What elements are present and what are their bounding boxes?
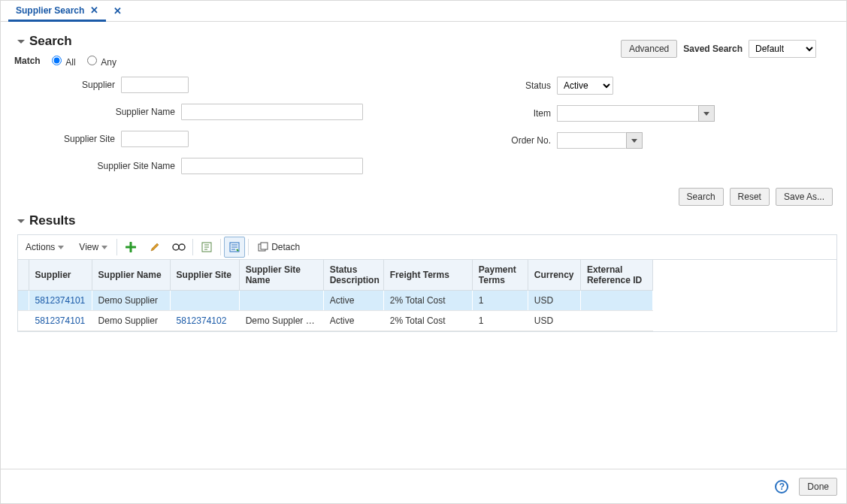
tab-supplier-search[interactable]: Supplier Search ✕ (8, 1, 106, 22)
tab-title: Supplier Search (16, 5, 84, 16)
table-row[interactable]: 5812374101 Demo Supplier 5812374102 Demo… (18, 311, 653, 331)
order-no-dropdown-icon[interactable] (626, 132, 643, 149)
col-status[interactable]: Status Description (323, 260, 383, 291)
field-supplier: Supplier (17, 77, 363, 93)
save-as-button[interactable]: Save As... (776, 188, 833, 206)
view-menu[interactable]: View (71, 235, 115, 259)
row-handle[interactable] (18, 311, 29, 331)
results-header: Results (17, 213, 837, 228)
advanced-button[interactable]: Advanced (621, 40, 677, 58)
results-toolbar: Actions View (17, 234, 837, 260)
match-all-radio[interactable]: All (48, 53, 76, 68)
add-icon[interactable] (120, 237, 141, 258)
edit-icon[interactable] (144, 237, 165, 258)
search-top-controls: Advanced Saved Search Default (621, 40, 816, 58)
search-panel: Search Advanced Saved Search Default Mat… (17, 34, 837, 206)
field-supplier-site: Supplier Site (17, 131, 363, 147)
done-button[interactable]: Done (799, 478, 837, 496)
wrap-icon[interactable] (224, 237, 245, 258)
actions-menu[interactable]: Actions (18, 235, 71, 259)
field-item: Item (453, 105, 776, 122)
supplier-site-link[interactable]: 5812374102 (177, 315, 227, 326)
results-table: Supplier Supplier Name Supplier Site Sup… (17, 260, 837, 332)
item-input[interactable] (557, 105, 698, 122)
svg-point-1 (179, 244, 185, 250)
row-handle-header (18, 260, 29, 291)
supplier-name-input[interactable] (181, 104, 363, 120)
col-payment[interactable]: Payment Terms (472, 260, 528, 291)
footer: ? Done (1, 469, 846, 503)
match-label: Match (14, 56, 41, 66)
detach-button[interactable]: Detach (250, 235, 307, 259)
row-handle[interactable] (18, 291, 29, 311)
supplier-site-name-input[interactable] (181, 158, 363, 174)
view-icon[interactable] (168, 237, 189, 258)
svg-rect-5 (261, 243, 268, 249)
svg-point-0 (173, 244, 179, 250)
col-supplier-name[interactable]: Supplier Name (92, 260, 170, 291)
separator (248, 239, 249, 255)
results-panel: Results Actions View (17, 213, 837, 452)
reset-button[interactable]: Reset (730, 188, 770, 206)
separator (220, 239, 221, 255)
col-currency[interactable]: Currency (528, 260, 580, 291)
order-no-combo (557, 132, 643, 149)
supplier-input[interactable] (121, 77, 189, 93)
form-col-right: Status Active Item (453, 77, 776, 174)
app-window: Supplier Search ✕ ✕ Search Advanced Save… (0, 0, 847, 504)
search-form: Supplier Supplier Name Supplier Site (17, 77, 837, 174)
field-status: Status Active (453, 77, 776, 95)
supplier-link[interactable]: 5812374101 (35, 295, 86, 306)
search-button[interactable]: Search (679, 188, 724, 206)
tab-bar: Supplier Search ✕ ✕ (1, 1, 846, 22)
table-row[interactable]: 5812374101 Demo Supplier Active 2% Total… (18, 291, 653, 311)
field-supplier-site-name: Supplier Site Name (17, 158, 363, 174)
export-icon[interactable] (196, 237, 217, 258)
search-title: Search (29, 34, 72, 49)
close-all-tabs-icon[interactable]: ✕ (113, 5, 122, 17)
match-any-radio[interactable]: Any (83, 53, 116, 68)
main-scroll[interactable]: Search Advanced Saved Search Default Mat… (1, 22, 846, 469)
disclosure-icon[interactable] (17, 219, 25, 223)
item-combo (557, 105, 715, 122)
detach-icon (258, 242, 268, 252)
col-supplier-site[interactable]: Supplier Site (170, 260, 239, 291)
col-supplier[interactable]: Supplier (29, 260, 92, 291)
separator (192, 239, 193, 255)
disclosure-icon[interactable] (17, 40, 25, 44)
supplier-link[interactable]: 5812374101 (35, 315, 86, 326)
results-title: Results (29, 213, 75, 228)
search-actions: Search Reset Save As... (17, 188, 833, 206)
col-ext-ref[interactable]: External Reference ID (580, 260, 652, 291)
supplier-site-input[interactable] (121, 131, 189, 147)
item-dropdown-icon[interactable] (698, 105, 715, 122)
separator (116, 239, 117, 255)
help-icon[interactable]: ? (775, 480, 788, 493)
field-supplier-name: Supplier Name (17, 104, 363, 120)
saved-search-label: Saved Search (683, 44, 743, 54)
order-no-input[interactable] (557, 132, 626, 149)
form-col-left: Supplier Supplier Name Supplier Site (17, 77, 363, 174)
field-order-no: Order No. (453, 132, 776, 149)
col-freight[interactable]: Freight Terms (383, 260, 472, 291)
tab-close-icon[interactable]: ✕ (90, 5, 98, 16)
saved-search-select[interactable]: Default (749, 40, 816, 58)
table-header-row: Supplier Supplier Name Supplier Site Sup… (18, 260, 653, 291)
col-supplier-site-name[interactable]: Supplier Site Name (239, 260, 323, 291)
status-select[interactable]: Active (557, 77, 613, 95)
